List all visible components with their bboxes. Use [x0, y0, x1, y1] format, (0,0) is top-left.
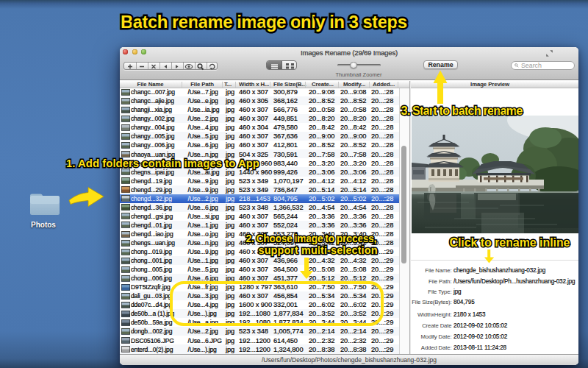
svg-text:support multi-selection: support multi-selection: [259, 244, 378, 256]
svg-text:2. Choose image to process,: 2. Choose image to process,: [246, 233, 377, 244]
svg-text:1. Add folders contain images: 1. Add folders contain images to App: [66, 157, 259, 169]
svg-text:Batch rename image only in 3 s: Batch rename image only in 3 steps: [121, 12, 407, 32]
svg-text:Click to rename inline: Click to rename inline: [450, 236, 570, 249]
svg-text:3. Start to batch rename: 3. Start to batch rename: [401, 104, 523, 117]
